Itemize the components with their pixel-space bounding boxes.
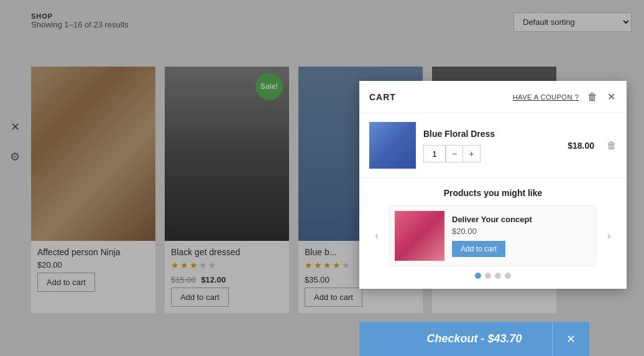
checkout-label: Checkout - $43.70 bbox=[426, 332, 522, 345]
cart-item-img-placeholder bbox=[369, 122, 416, 169]
cart-item-delete-icon[interactable]: 🗑 bbox=[607, 140, 617, 151]
cart-item-price: $18.00 bbox=[568, 141, 594, 151]
cart-header: CART HAVE A COUPON ? 🗑 ✕ bbox=[359, 81, 627, 113]
qty-value: 1 bbox=[423, 145, 446, 162]
coupon-link[interactable]: HAVE A COUPON ? bbox=[513, 93, 579, 101]
slider-prev-arrow[interactable]: ‹ bbox=[369, 228, 384, 243]
recommended-item-name: Deliver Your concept bbox=[452, 215, 591, 224]
slider-dots bbox=[369, 273, 617, 279]
slider-dot-4[interactable] bbox=[505, 273, 511, 279]
cart-close-button[interactable]: ✕ bbox=[606, 90, 617, 104]
checkout-close-button[interactable]: ✕ bbox=[552, 322, 589, 356]
recommended-item-info: Deliver Your concept $20.00 Add to cart bbox=[452, 215, 591, 257]
recommended-slider: ‹ Deliver Your concept $20.00 Add to car… bbox=[369, 205, 617, 266]
qty-increase-button[interactable]: + bbox=[463, 145, 481, 162]
cart-item-qty: 1 − + bbox=[423, 145, 560, 162]
cart-item-name: Blue Floral Dress bbox=[423, 129, 560, 139]
cart-title: CART bbox=[369, 92, 396, 102]
recommended-section: Products you might like ‹ Deliver Your c… bbox=[359, 178, 627, 289]
cart-header-actions: HAVE A COUPON ? 🗑 ✕ bbox=[513, 90, 617, 104]
slider-next-arrow[interactable]: › bbox=[602, 228, 617, 243]
checkout-bar[interactable]: Checkout - $43.70 ✕ bbox=[359, 322, 589, 356]
cart-item: Blue Floral Dress 1 − + $18.00 🗑 bbox=[359, 113, 627, 178]
cart-item-image bbox=[369, 122, 416, 169]
recommended-card: Deliver Your concept $20.00 Add to cart bbox=[389, 205, 597, 266]
cart-item-details: Blue Floral Dress 1 − + bbox=[423, 129, 560, 162]
qty-decrease-button[interactable]: − bbox=[446, 145, 463, 162]
slider-dot-3[interactable] bbox=[495, 273, 501, 279]
slider-dot-1[interactable] bbox=[475, 273, 481, 279]
recommended-item-price: $20.00 bbox=[452, 227, 591, 236]
recommended-product-image bbox=[395, 211, 444, 261]
cart-delete-button[interactable]: 🗑 bbox=[586, 90, 599, 104]
slider-dot-2[interactable] bbox=[485, 273, 491, 279]
recommended-add-to-cart-button[interactable]: Add to cart bbox=[452, 241, 505, 257]
recommended-title: Products you might like bbox=[369, 188, 617, 198]
cart-panel: CART HAVE A COUPON ? 🗑 ✕ Blue Floral Dre… bbox=[359, 81, 627, 289]
